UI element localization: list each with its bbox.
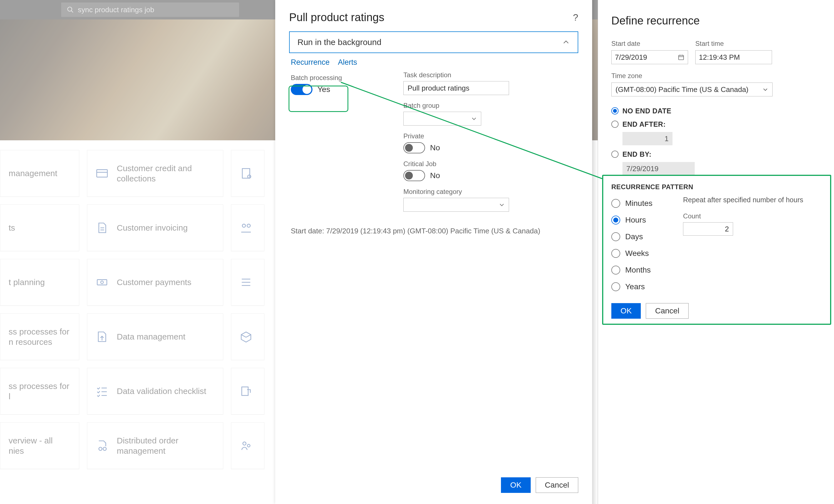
timezone-select[interactable]: (GMT-08:00) Pacific Time (US & Canada) — [611, 83, 772, 96]
pattern-months[interactable]: Months — [611, 262, 653, 278]
pattern-label: Years — [625, 282, 645, 291]
pattern-label: Weeks — [625, 249, 649, 258]
critical-state: No — [430, 171, 440, 180]
recurrence-cancel-button[interactable]: Cancel — [646, 303, 688, 319]
radio-icon — [611, 199, 620, 208]
accordion-label: Run in the background — [298, 38, 381, 47]
batch-state: Yes — [317, 85, 330, 94]
calendar-icon — [678, 54, 684, 61]
tab-recurrence[interactable]: Recurrence — [291, 58, 330, 67]
endafter-option[interactable]: END AFTER: — [611, 117, 823, 131]
radio-icon — [611, 232, 620, 241]
endby-option[interactable]: END BY: — [611, 147, 823, 161]
panel-divider-shadow — [592, 0, 598, 504]
endafter-label: END AFTER: — [622, 120, 665, 128]
start-date-value: 7/29/2019 — [615, 53, 647, 62]
pattern-label: Months — [625, 266, 651, 275]
chevron-down-icon — [762, 86, 768, 93]
repeat-caption: Repeat after specified number of hours — [683, 196, 803, 204]
pattern-label: Minutes — [625, 199, 653, 208]
pattern-days[interactable]: Days — [611, 229, 653, 244]
tab-alerts[interactable]: Alerts — [338, 58, 357, 67]
recurrence-ok-button[interactable]: OK — [611, 303, 641, 319]
monitor-select[interactable] — [403, 198, 509, 212]
pattern-label: Days — [625, 232, 643, 241]
private-state: No — [430, 143, 440, 152]
private-label: Private — [403, 132, 576, 140]
noend-label: NO END DATE — [622, 107, 672, 115]
svg-rect-27 — [679, 55, 684, 60]
endby-label: END BY: — [622, 150, 651, 158]
timezone-value: (GMT-08:00) Pacific Time (US & Canada) — [615, 85, 748, 94]
radio-icon — [611, 282, 620, 291]
radio-icon — [611, 151, 618, 158]
panel-title: Pull product ratings — [289, 11, 384, 24]
pattern-hours[interactable]: Hours — [611, 212, 653, 228]
recurrence-title: Define recurrence — [611, 15, 823, 27]
panel-cancel-button[interactable]: Cancel — [536, 477, 578, 493]
tz-label: Time zone — [611, 72, 823, 80]
radio-icon — [611, 266, 620, 275]
start-time-input[interactable]: 12:19:43 PM — [695, 50, 772, 64]
start-date-summary: Start date: 7/29/2019 (12:19:43 pm) (GMT… — [275, 219, 592, 244]
endafter-value: 1 — [622, 132, 673, 145]
batch-group-select[interactable] — [403, 112, 481, 125]
pull-ratings-panel: Pull product ratings ? Run in the backgr… — [275, 0, 592, 504]
start-date-input[interactable]: 7/29/2019 — [611, 50, 688, 64]
panel-ok-button[interactable]: OK — [501, 477, 530, 493]
starttime-label: Start time — [695, 40, 772, 47]
radio-icon — [611, 120, 618, 128]
batch-label: Batch processing — [291, 74, 401, 82]
pattern-weeks[interactable]: Weeks — [611, 246, 653, 261]
help-icon[interactable]: ? — [573, 12, 578, 23]
task-label: Task description — [403, 71, 576, 79]
chevron-up-icon — [562, 38, 570, 46]
critical-toggle[interactable] — [403, 170, 425, 181]
pattern-minutes[interactable]: Minutes — [611, 196, 653, 211]
task-description-input[interactable] — [403, 81, 509, 95]
radio-icon — [611, 249, 620, 258]
radio-icon — [611, 215, 620, 225]
recurrence-panel: Define recurrence Start date 7/29/2019 S… — [598, 0, 834, 504]
start-time-value: 12:19:43 PM — [699, 53, 740, 62]
pattern-heading: RECURRENCE PATTERN — [611, 183, 823, 191]
noend-option[interactable]: NO END DATE — [611, 104, 823, 117]
count-label: Count — [683, 212, 803, 220]
critical-label: Critical Job — [403, 160, 576, 168]
endby-value: 7/29/2019 — [622, 162, 695, 175]
private-toggle[interactable] — [403, 142, 425, 153]
count-input[interactable] — [683, 222, 733, 236]
radio-icon — [611, 107, 618, 114]
pattern-years[interactable]: Years — [611, 279, 653, 294]
startdate-label: Start date — [611, 40, 688, 47]
monitor-label: Monitoring category — [403, 188, 576, 196]
batch-toggle[interactable] — [291, 84, 312, 95]
batchgroup-label: Batch group — [403, 102, 576, 110]
accordion-run-background[interactable]: Run in the background — [289, 31, 578, 53]
pattern-label: Hours — [625, 215, 646, 225]
